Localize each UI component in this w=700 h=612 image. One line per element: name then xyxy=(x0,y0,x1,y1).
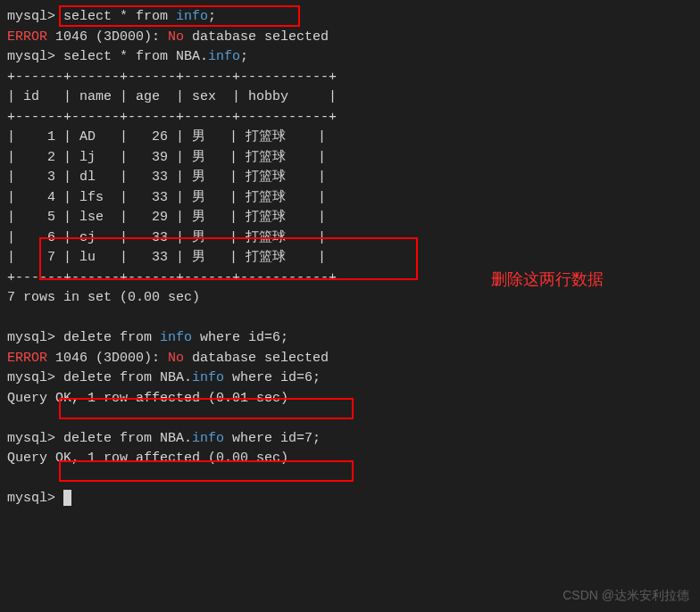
table-name: info xyxy=(192,370,224,385)
cmd-line-5: mysql> delete from NBA.info where id=7; xyxy=(7,429,693,450)
mysql-prompt: mysql> xyxy=(7,491,63,506)
table-name: info xyxy=(208,49,240,64)
table-name: info xyxy=(176,9,208,24)
watermark-text: CSDN @达米安利拉德 xyxy=(562,586,689,605)
mysql-prompt: mysql> xyxy=(7,49,63,64)
table-row: | 4 | lfs | 33 | 男 | 打篮球 | xyxy=(7,188,693,209)
table-row: | 1 | AD | 26 | 男 | 打篮球 | xyxy=(7,128,693,148)
error-line-1: ERROR 1046 (3D000): No database selected xyxy=(7,28,693,48)
blank-line xyxy=(7,309,693,329)
error-line-2: ERROR 1046 (3D000): No database selected xyxy=(7,349,693,369)
table-name: info xyxy=(160,330,192,345)
result-line: Query OK, 1 row affected (0.00 sec) xyxy=(7,449,693,469)
cmd-line-1: mysql> select * from info; xyxy=(7,7,693,28)
cmd-line-4: mysql> delete from NBA.info where id=6; xyxy=(7,368,693,389)
mysql-prompt: mysql> xyxy=(7,9,63,24)
cursor-icon xyxy=(63,490,71,506)
terminal-output: mysql> select * from info; ERROR 1046 (3… xyxy=(7,7,693,509)
annotation-text: 删除这两行数据 xyxy=(491,268,604,292)
table-row: | 2 | lj | 39 | 男 | 打篮球 | xyxy=(7,148,693,169)
table-row: | 6 | cj | 33 | 男 | 打篮球 | xyxy=(7,228,693,249)
cmd-line-3: mysql> delete from info where id=6; xyxy=(7,328,693,349)
table-border: +------+------+------+------+-----------… xyxy=(7,108,693,128)
blank-line xyxy=(7,469,693,490)
mysql-prompt: mysql> xyxy=(7,330,63,345)
table-row: | 3 | dl | 33 | 男 | 打篮球 | xyxy=(7,168,693,188)
table-border: +------+------+------+------+-----------… xyxy=(7,68,693,88)
mysql-prompt: mysql> xyxy=(7,370,63,385)
cmd-line-2: mysql> select * from NBA.info; xyxy=(7,47,693,68)
table-row: | 5 | lse | 29 | 男 | 打篮球 | xyxy=(7,208,693,228)
table-header: | id | name | age | sex | hobby | xyxy=(7,87,693,108)
table-name: info xyxy=(192,431,224,446)
blank-line xyxy=(7,409,693,429)
mysql-prompt: mysql> xyxy=(7,431,63,446)
prompt-line[interactable]: mysql> xyxy=(7,489,693,509)
result-line: Query OK, 1 row affected (0.01 sec) xyxy=(7,389,693,409)
table-row: | 7 | lu | 33 | 男 | 打篮球 | xyxy=(7,248,693,269)
